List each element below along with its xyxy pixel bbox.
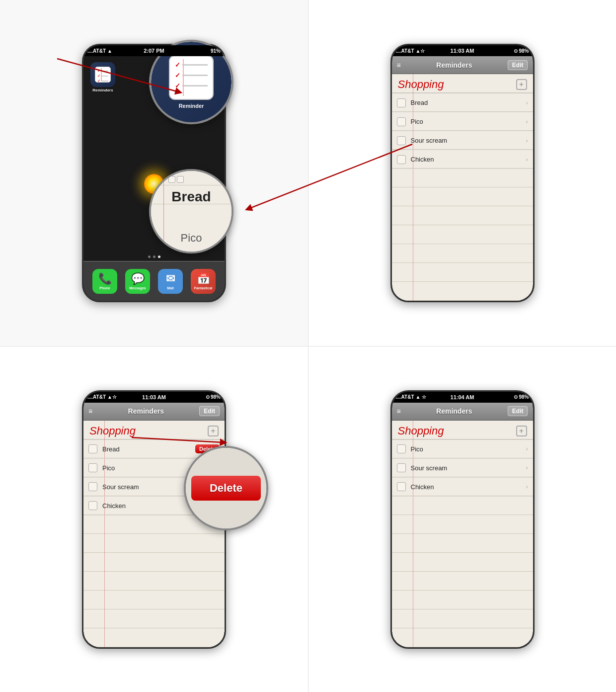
reminder-text-bread-bl: Bread	[102, 445, 192, 453]
wifi-br: ▲ ☆	[416, 394, 427, 400]
reminders-app-label: Reminders	[92, 88, 113, 92]
reminder-text-chicken-tr: Chicken	[411, 156, 526, 163]
nav-title-br: Reminders	[436, 407, 472, 415]
checkbox-chicken-tr[interactable]	[397, 155, 406, 164]
reminder-item-bread-tr[interactable]: Bread ›	[392, 93, 533, 112]
reminder-text-pico-br: Pico	[411, 445, 526, 453]
nav-bar-tr: ≡ Reminders Edit	[392, 56, 533, 74]
time-br: 11:04 AM	[451, 394, 474, 400]
wifi-bl: ▲☆	[107, 394, 117, 400]
dock-phone[interactable]: 📞 Phone	[92, 269, 117, 294]
dock-phone-label: Phone	[99, 286, 110, 290]
nav-bar-bl: ≡ Reminders Edit	[83, 403, 225, 421]
edit-btn-br[interactable]: Edit	[508, 406, 528, 416]
bread-magnifier: Bread Pico	[149, 169, 233, 254]
battery-br: 98%	[519, 394, 529, 400]
status-bar-tr: ....AT&T ▲☆ 11:03 AM ⊙ 98%	[392, 45, 533, 56]
delete-magnifier: Delete	[184, 446, 268, 530]
status-bar-home: ....AT&T ▲ 2:07 PM 91%	[83, 45, 225, 56]
section-header-br: Shopping +	[392, 421, 533, 440]
status-bar-bl: ....AT&T ▲☆ 11:03 AM ⊙ 98%	[83, 392, 225, 403]
checkbox-pico-bl[interactable]	[88, 463, 97, 472]
reminder-text-bread-tr: Bread	[411, 99, 526, 106]
time-tr: 11:03 AM	[451, 48, 474, 54]
top-left-cell: ....AT&T ▲ 2:07 PM 91%	[0, 0, 308, 346]
hamburger-icon-tr[interactable]: ≡	[397, 61, 401, 69]
hamburger-icon-bl[interactable]: ≡	[88, 407, 92, 415]
reminder-item-pico-br[interactable]: Pico ›	[392, 440, 533, 459]
reminder-text-sour-br: Sour scream	[411, 464, 526, 472]
checkbox-sour-br[interactable]	[397, 463, 406, 472]
reminders-content-tr: Shopping + Bread › Pico ›	[392, 74, 533, 301]
reminder-item-sour-tr[interactable]: Sour scream ›	[392, 131, 533, 150]
checkbox-pico-br[interactable]	[397, 444, 406, 453]
edit-btn-bl[interactable]: Edit	[199, 406, 220, 416]
nav-title-tr: Reminders	[436, 61, 472, 69]
dock-messages-label: Messages	[129, 286, 146, 290]
section-title-tr: Shopping	[398, 78, 444, 91]
bottom-right-cell: ....AT&T ▲ ☆ 11:04 AM ⊙ 98% ≡ Reminders …	[308, 346, 616, 692]
checkbox-sour-tr[interactable]	[397, 136, 406, 145]
reminders-app-icon[interactable]: ✓ ✓ ✓	[90, 62, 115, 87]
battery-bl: 98%	[211, 394, 221, 400]
nav-bar-br: ≡ Reminders Edit	[392, 403, 533, 421]
chevron-pico-tr: ›	[526, 118, 528, 125]
add-btn-br[interactable]: +	[516, 426, 527, 436]
dock-messages[interactable]: 💬 Messages	[125, 269, 150, 294]
checkbox-chicken-br[interactable]	[397, 482, 406, 491]
bread-magnified-text: Bread	[171, 189, 211, 205]
checkbox-chicken-bl[interactable]	[88, 501, 97, 510]
checkbox-bread-tr[interactable]	[397, 98, 406, 107]
pico-partial-text: Pico	[181, 232, 202, 245]
reminder-text-chicken-br: Chicken	[411, 483, 526, 491]
chevron-bread-tr: ›	[526, 99, 528, 106]
reminder-item-pico-tr[interactable]: Pico ›	[392, 112, 533, 131]
section-header-bl: Shopping +	[83, 421, 225, 440]
dock-mail-label: Mail	[167, 286, 174, 290]
iphone-reminders-1: ....AT&T ▲☆ 11:03 AM ⊙ 98% ≡ Reminders E…	[390, 44, 535, 302]
carrier-bl: ....AT&T	[87, 394, 106, 400]
checkbox-bread-bl[interactable]	[88, 444, 97, 453]
nav-title-bl: Reminders	[128, 407, 164, 415]
checkbox-pico-tr[interactable]	[397, 117, 406, 126]
carrier-tr: ....AT&T	[396, 48, 414, 54]
section-title-br: Shopping	[398, 425, 444, 437]
status-bar-br: ....AT&T ▲ ☆ 11:04 AM ⊙ 98%	[392, 392, 533, 403]
battery-tr: 98%	[519, 48, 529, 54]
reminder-item-sour-br[interactable]: Sour scream ›	[392, 459, 533, 478]
checkbox-sour-bl[interactable]	[88, 482, 97, 491]
reminder-item-chicken-tr[interactable]: Chicken ›	[392, 150, 533, 169]
page-dots	[83, 253, 225, 261]
iphone-reminders-3: ....AT&T ▲ ☆ 11:04 AM ⊙ 98% ≡ Reminders …	[390, 390, 535, 649]
wifi-icon: ▲	[107, 48, 112, 54]
carrier-home: ....AT&T	[87, 48, 106, 54]
reminder-text-sour-tr: Sour scream	[411, 137, 526, 144]
section-title-bl: Shopping	[89, 425, 136, 437]
time-home: 2:07 PM	[144, 48, 164, 54]
dock: 📞 Phone 💬 Messages ✉ Mail 📅	[83, 261, 225, 301]
dock-mail[interactable]: ✉ Mail	[158, 269, 183, 294]
delete-magnifier-btn: Delete	[191, 476, 261, 501]
delete-magnifier-label: Delete	[210, 482, 242, 495]
dock-fantastical-label: Fantastical	[194, 286, 213, 290]
carrier-br: ....AT&T	[396, 394, 414, 400]
bottom-left-cell: ....AT&T ▲☆ 11:03 AM ⊙ 98% ≡ Reminders E…	[0, 346, 308, 692]
reminder-item-chicken-br[interactable]: Chicken ›	[392, 478, 533, 497]
add-btn-tr[interactable]: +	[516, 79, 527, 90]
battery-home: 91%	[211, 48, 221, 54]
time-bl: 11:03 AM	[142, 394, 166, 400]
top-right-cell: ....AT&T ▲☆ 11:03 AM ⊙ 98% ≡ Reminders E…	[308, 0, 616, 346]
reminders-content-br: Shopping + Pico › Sour scream ›	[392, 421, 533, 647]
reminder-text-pico-tr: Pico	[411, 118, 526, 125]
wifi-tr: ▲☆	[416, 48, 425, 54]
section-header-tr: Shopping +	[392, 74, 533, 93]
edit-btn-tr[interactable]: Edit	[508, 60, 528, 70]
add-btn-bl[interactable]: +	[208, 426, 219, 436]
hamburger-icon-br[interactable]: ≡	[397, 407, 401, 415]
dock-fantastical[interactable]: 📅 Fantastical	[191, 269, 216, 294]
